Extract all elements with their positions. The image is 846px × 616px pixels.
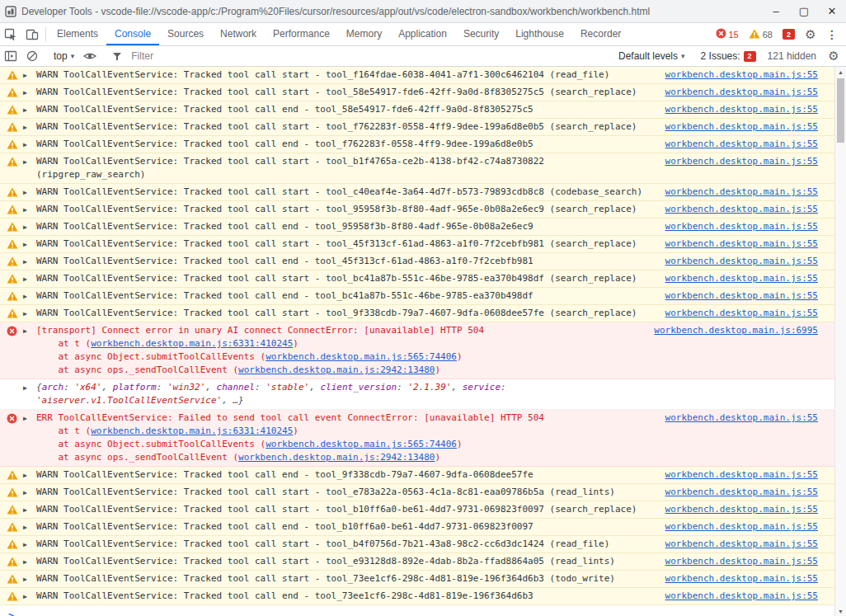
source-link[interactable]: workbench.desktop.main.js:55 <box>657 138 818 151</box>
expand-arrow-icon[interactable]: ▶ <box>23 590 27 603</box>
stack-frame-link[interactable]: workbench.desktop.main.js:2942:13480 <box>238 364 435 375</box>
expand-arrow-icon[interactable]: ▶ <box>23 238 27 251</box>
context-selector[interactable]: top ▾ <box>49 50 79 62</box>
scroll-up-arrow[interactable]: ▲ <box>835 67 846 78</box>
source-link[interactable]: workbench.desktop.main.js:55 <box>657 590 818 603</box>
message-text: WARN ToolCallEventService: Tracked tool … <box>36 203 637 216</box>
tab-lighthouse[interactable]: Lighthouse <box>507 23 572 45</box>
error-count: 15 <box>729 30 739 40</box>
filter-funnel-icon <box>106 50 128 62</box>
stack-frame-link[interactable]: workbench.desktop.main.js:6331:410245 <box>91 426 293 436</box>
source-link[interactable]: workbench.desktop.main.js:55 <box>657 255 818 268</box>
maximize-button[interactable]: ▢ <box>790 0 818 22</box>
console-message-row: ▶WARN ToolCallEventService: Tracked tool… <box>0 184 846 201</box>
window-titlebar: Developer Tools - vscode-file://vscode-a… <box>0 0 846 23</box>
stack-frame-link[interactable]: workbench.desktop.main.js:2942:13480 <box>238 452 435 463</box>
source-link[interactable]: workbench.desktop.main.js:55 <box>657 237 818 251</box>
source-link[interactable]: workbench.desktop.main.js:55 <box>657 468 818 482</box>
issues-link[interactable]: 2 Issues: 2 <box>696 50 761 62</box>
tab-memory[interactable]: Memory <box>338 23 390 45</box>
scroll-down-arrow[interactable]: ▼ <box>835 606 846 616</box>
tab-elements[interactable]: Elements <box>49 23 106 45</box>
source-link[interactable]: workbench.desktop.main.js:55 <box>657 203 818 216</box>
source-link[interactable]: workbench.desktop.main.js:55 <box>657 572 818 585</box>
source-link[interactable]: workbench.desktop.main.js:55 <box>657 86 818 99</box>
source-link[interactable]: workbench.desktop.main.js:55 <box>657 186 818 199</box>
source-link[interactable]: workbench.desktop.main.js:55 <box>657 272 818 285</box>
live-expression-eye-icon[interactable] <box>79 50 101 62</box>
source-link[interactable]: workbench.desktop.main.js:6995 <box>646 324 818 337</box>
source-link[interactable]: workbench.desktop.main.js:55 <box>657 411 818 425</box>
expand-arrow-icon[interactable]: ▶ <box>23 121 27 134</box>
tab-network[interactable]: Network <box>212 23 265 45</box>
clear-console-icon[interactable] <box>21 49 43 63</box>
message-text: WARN ToolCallEventService: Tracked tool … <box>36 538 609 551</box>
expand-arrow-icon[interactable]: ▶ <box>23 573 27 585</box>
source-link[interactable]: workbench.desktop.main.js:55 <box>657 503 818 516</box>
expand-arrow-icon[interactable]: ▶ <box>23 69 27 82</box>
warning-count-badge[interactable]: 68 <box>749 29 773 40</box>
expand-arrow-icon[interactable]: ▶ <box>23 87 27 99</box>
expand-arrow-icon[interactable]: ▶ <box>23 382 27 394</box>
stack-frame-link[interactable]: workbench.desktop.main.js:6331:410245 <box>91 338 293 349</box>
issues-count-badge[interactable]: 2 <box>783 29 795 40</box>
minimize-button[interactable]: – <box>762 0 790 22</box>
expand-arrow-icon[interactable]: ▶ <box>23 538 27 551</box>
expand-arrow-icon[interactable]: ▶ <box>23 504 27 516</box>
message-text: WARN ToolCallEventService: Tracked tool … <box>36 572 615 585</box>
device-toolbar-icon[interactable] <box>21 23 43 45</box>
expand-arrow-icon[interactable]: ▶ <box>23 469 27 482</box>
tab-security[interactable]: Security <box>455 23 507 45</box>
source-link[interactable]: workbench.desktop.main.js:55 <box>657 538 818 551</box>
expand-arrow-icon[interactable]: ▶ <box>23 104 27 116</box>
log-levels-selector[interactable]: Default levels ▾ <box>613 50 690 62</box>
hidden-messages-count[interactable]: 121 hidden <box>761 50 823 62</box>
expand-arrow-icon[interactable]: ▶ <box>23 308 27 320</box>
console-sidebar-icon[interactable] <box>0 49 21 63</box>
source-link[interactable]: workbench.desktop.main.js:55 <box>657 103 818 116</box>
expand-arrow-icon[interactable]: ▶ <box>23 186 27 199</box>
expand-arrow-icon[interactable]: ▶ <box>23 204 27 216</box>
expand-arrow-icon[interactable]: ▶ <box>23 325 27 337</box>
source-link[interactable]: workbench.desktop.main.js:55 <box>657 555 818 568</box>
expand-arrow-icon[interactable]: ▶ <box>23 290 27 303</box>
stack-frame-link[interactable]: workbench.desktop.main.js:565:74406 <box>266 439 457 449</box>
console-message-row: ▶WARN ToolCallEventService: Tracked tool… <box>0 201 846 219</box>
scrollbar-thumb[interactable] <box>837 78 844 143</box>
expand-arrow-icon[interactable]: ▶ <box>23 273 27 285</box>
source-link[interactable]: workbench.desktop.main.js:55 <box>657 307 818 320</box>
close-button[interactable]: ✕ <box>818 0 846 22</box>
expand-arrow-icon[interactable]: ▶ <box>23 139 27 151</box>
tab-console[interactable]: Console <box>106 23 159 45</box>
console-settings-gear-icon[interactable]: ⚙ <box>823 49 844 63</box>
expand-arrow-icon[interactable]: ▶ <box>23 521 27 534</box>
filter-input[interactable] <box>128 49 407 63</box>
tab-performance[interactable]: Performance <box>265 23 338 45</box>
expand-arrow-icon[interactable]: ▶ <box>23 256 27 268</box>
more-options-icon[interactable]: ⋮ <box>821 28 843 41</box>
source-link[interactable]: workbench.desktop.main.js:55 <box>657 520 818 534</box>
source-link[interactable]: workbench.desktop.main.js:55 <box>657 120 818 134</box>
console-prompt[interactable]: > <box>0 605 846 616</box>
source-link[interactable]: workbench.desktop.main.js:55 <box>657 486 818 499</box>
console-message-row: ▶[transport] Connect error in unary AI c… <box>0 322 846 379</box>
expand-arrow-icon[interactable]: ▶ <box>23 156 27 168</box>
stack-frame-link[interactable]: workbench.desktop.main.js:565:74406 <box>266 351 457 362</box>
expand-arrow-icon[interactable]: ▶ <box>23 412 27 425</box>
vertical-scrollbar[interactable]: ▲ ▼ <box>834 67 846 616</box>
error-count-badge[interactable]: 15 <box>716 28 739 40</box>
console-message-row: ▶WARN ToolCallEventService: Tracked tool… <box>0 484 846 501</box>
tab-recorder[interactable]: Recorder <box>572 23 629 45</box>
expand-arrow-icon[interactable]: ▶ <box>23 221 27 233</box>
tab-application[interactable]: Application <box>390 23 455 45</box>
source-link[interactable]: workbench.desktop.main.js:55 <box>657 155 818 168</box>
tab-sources[interactable]: Sources <box>159 23 212 45</box>
source-link[interactable]: workbench.desktop.main.js:55 <box>657 289 818 303</box>
expand-arrow-icon[interactable]: ▶ <box>23 487 27 499</box>
inspect-element-icon[interactable] <box>0 23 21 45</box>
settings-gear-icon[interactable]: ⚙ <box>800 27 821 42</box>
console-toolbar: top ▾ Default levels ▾ 2 Issues: 2 121 h… <box>0 46 846 67</box>
source-link[interactable]: workbench.desktop.main.js:55 <box>657 220 818 233</box>
expand-arrow-icon[interactable]: ▶ <box>23 556 27 568</box>
source-link[interactable]: workbench.desktop.main.js:55 <box>657 68 818 82</box>
